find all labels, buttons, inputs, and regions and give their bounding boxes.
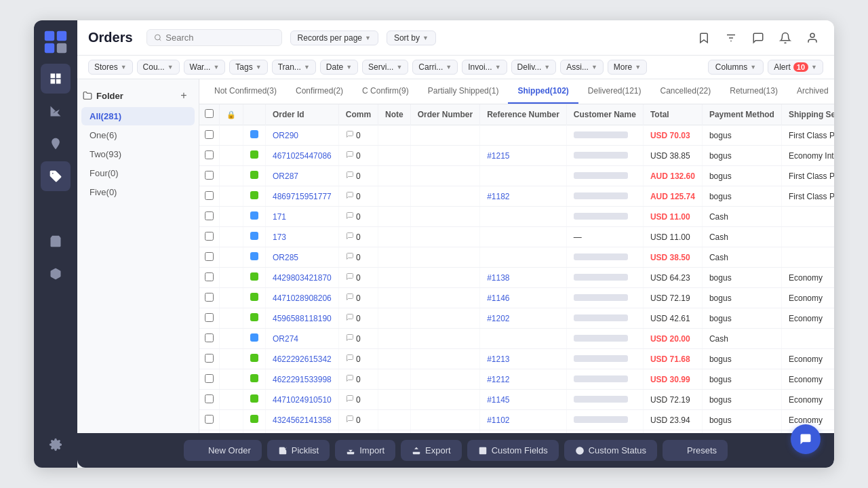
tab-archived[interactable]: Archived (787, 79, 834, 104)
tab-not-confirmed[interactable]: Not Confirmed(3) (205, 79, 286, 104)
row-checkbox[interactable] (205, 415, 214, 424)
row-checkbox-cell[interactable] (199, 207, 220, 227)
row-checkbox[interactable] (205, 313, 214, 322)
row-checkbox[interactable] (205, 333, 214, 342)
tab-cancelled[interactable]: Cancelled(22) (651, 79, 721, 104)
export-button[interactable]: Export (401, 440, 462, 461)
row-checkbox-cell[interactable] (199, 410, 220, 430)
filter-transaction[interactable]: Tran...▼ (272, 60, 316, 75)
sidebar-item-map[interactable] (41, 129, 71, 159)
folder-item-five[interactable]: Five(0) (81, 183, 195, 201)
row-order-id[interactable]: OR274 (266, 329, 339, 349)
row-checkbox-cell[interactable] (199, 146, 220, 166)
row-checkbox[interactable] (205, 171, 214, 180)
custom-fields-button[interactable]: Custom Fields (467, 440, 559, 461)
row-checkbox-cell[interactable] (199, 227, 220, 247)
row-order-id[interactable]: 4429803421870 (266, 268, 339, 288)
row-order-id[interactable]: 4324562141358 (266, 410, 339, 430)
add-folder-button[interactable]: + (177, 89, 191, 102)
row-checkbox-cell[interactable] (199, 390, 220, 410)
custom-status-button[interactable]: Custom Status (564, 440, 657, 461)
row-order-id[interactable]: OR290 (266, 125, 339, 146)
col-shipping-service[interactable]: Shipping Service (781, 104, 834, 125)
row-order-id[interactable]: 171 (266, 207, 339, 227)
row-checkbox-cell[interactable] (199, 329, 220, 349)
row-order-id[interactable]: 4869715951777 (266, 186, 339, 207)
col-total[interactable]: Total (643, 104, 702, 125)
filter-country[interactable]: Cou...▼ (137, 60, 180, 75)
chat-fab-button[interactable] (791, 424, 821, 454)
select-all-checkbox[interactable] (205, 109, 214, 118)
filter-carrier[interactable]: Carri...▼ (412, 60, 458, 75)
row-checkbox-cell[interactable] (199, 288, 220, 308)
picklist-button[interactable]: Picklist (267, 440, 330, 461)
col-order-number[interactable]: Order Number (410, 104, 479, 125)
col-comm[interactable]: Comm (338, 104, 378, 125)
tab-returned[interactable]: Returned(13) (720, 79, 787, 104)
row-order-id[interactable]: 173 (266, 227, 339, 247)
col-order-id[interactable]: Order Id (266, 104, 339, 125)
row-checkbox[interactable] (205, 150, 214, 159)
folder-item-two[interactable]: Two(93) (81, 145, 195, 163)
row-checkbox[interactable] (205, 293, 214, 302)
filter-delivery[interactable]: Deliv...▼ (511, 60, 557, 75)
row-checkbox-cell[interactable] (199, 308, 220, 329)
row-checkbox[interactable] (205, 272, 214, 281)
alert-button[interactable]: Alert 10 ▼ (768, 60, 823, 75)
col-reference-number[interactable]: Reference Number (480, 104, 567, 125)
sidebar-item-grid[interactable] (41, 64, 71, 94)
row-checkbox-cell[interactable] (199, 369, 220, 390)
folder-item-four[interactable]: Four(0) (81, 164, 195, 182)
sidebar-item-cart[interactable] (41, 226, 71, 256)
row-checkbox-cell[interactable] (199, 349, 220, 369)
filter-stores[interactable]: Stores▼ (88, 60, 133, 75)
filter-assigned[interactable]: Assi...▼ (560, 60, 604, 75)
select-all-header[interactable] (199, 104, 220, 125)
search-input[interactable] (165, 33, 274, 43)
folder-item-one[interactable]: One(6) (81, 126, 195, 144)
row-order-id[interactable]: OR285 (266, 247, 339, 268)
row-checkbox-cell[interactable] (199, 166, 220, 186)
row-order-id[interactable]: 4671025447086 (266, 146, 339, 166)
col-payment-method[interactable]: Payment Method (702, 104, 781, 125)
new-order-button[interactable]: New Order (184, 440, 262, 461)
filter-service[interactable]: Servi...▼ (362, 60, 408, 75)
sidebar-item-settings[interactable] (41, 430, 71, 460)
columns-button[interactable]: Columns ▼ (708, 60, 764, 75)
row-checkbox-cell[interactable] (199, 247, 220, 268)
row-order-id[interactable]: 4622291533998 (266, 369, 339, 390)
tab-c-confirm[interactable]: C Confirm(9) (353, 79, 418, 104)
row-checkbox[interactable] (205, 252, 214, 261)
filter-tags[interactable]: Tags▼ (229, 60, 267, 75)
search-box[interactable] (146, 29, 282, 46)
row-checkbox-cell[interactable] (199, 268, 220, 288)
sidebar-item-list[interactable] (41, 194, 71, 224)
tab-confirmed[interactable]: Confirmed(2) (286, 79, 353, 104)
row-checkbox[interactable] (205, 374, 214, 383)
sort-by-button[interactable]: Sort by ▼ (387, 30, 436, 45)
tab-shipped[interactable]: Shipped(102) (508, 79, 578, 104)
filter-icon-button[interactable] (720, 27, 742, 49)
col-customer-name[interactable]: Customer Name (566, 104, 643, 125)
row-checkbox[interactable] (205, 394, 214, 403)
import-button[interactable]: Import (335, 440, 395, 461)
row-checkbox[interactable] (205, 232, 214, 241)
notification-icon-button[interactable] (774, 27, 796, 49)
user-icon-button[interactable] (802, 27, 823, 49)
row-checkbox-cell[interactable] (199, 125, 220, 146)
sidebar-item-tags[interactable] (41, 161, 71, 191)
row-order-id[interactable]: 4471024910510 (266, 390, 339, 410)
filter-date[interactable]: Date▼ (320, 60, 358, 75)
folder-item-all[interactable]: All(281) (81, 107, 195, 125)
tab-partially-shipped[interactable]: Partially Shipped(1) (418, 79, 509, 104)
filter-more[interactable]: More▼ (608, 60, 647, 75)
records-per-page-button[interactable]: Records per page ▼ (290, 30, 378, 45)
row-checkbox[interactable] (205, 130, 214, 139)
row-order-id[interactable]: OR287 (266, 166, 339, 186)
row-order-id[interactable]: 4471028908206 (266, 288, 339, 308)
filter-warehouse[interactable]: War...▼ (184, 60, 226, 75)
bookmark-icon-button[interactable] (693, 27, 715, 49)
row-checkbox[interactable] (205, 211, 214, 220)
comment-icon-button[interactable] (747, 27, 769, 49)
row-checkbox[interactable] (205, 191, 214, 200)
